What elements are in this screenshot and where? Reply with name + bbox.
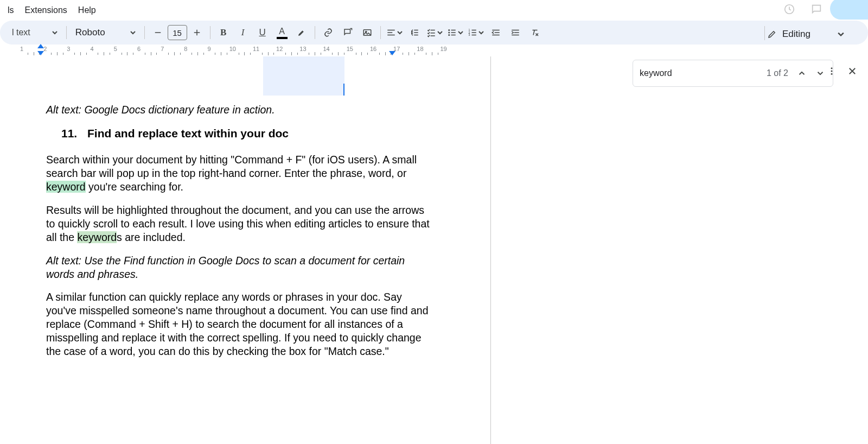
svg-rect-8 [451,32,455,33]
toolbar: l text Roboto B I U A 123 [0,21,868,45]
menu-bar: ls Extensions Help [0,0,868,21]
find-match-current: keyword [46,181,86,193]
paragraph-3: A similar function can quickly replace a… [46,290,431,358]
font-size-input[interactable] [168,25,187,40]
checklist-dropdown[interactable] [425,28,444,37]
numbered-list-dropdown[interactable]: 123 [467,28,485,37]
pencil-icon [767,29,777,39]
heading: 11. Find and replace text within your do… [46,126,431,141]
ruler-number: 3 [67,46,70,52]
chevron-down-icon [838,31,844,37]
ruler[interactable]: 12345678910111213141516171819 [0,46,868,56]
insert-image-button[interactable] [359,24,376,41]
find-prev-button[interactable] [793,64,811,83]
ruler-number: 14 [323,46,329,52]
svg-point-4 [448,29,450,31]
paragraph-style-dropdown[interactable]: l text [8,28,62,37]
paragraph-style-label: l text [12,28,30,37]
font-size-increase[interactable] [188,24,206,41]
find-bar: 1 of 2 [633,60,833,87]
ruler-number: 16 [370,46,376,52]
menu-extensions[interactable]: Extensions [20,2,73,18]
font-size-decrease[interactable] [149,24,167,41]
indent-decrease-button[interactable] [487,24,505,41]
history-icon[interactable] [783,3,795,17]
ruler-number: 5 [114,46,117,52]
svg-rect-7 [451,30,455,31]
svg-rect-9 [451,35,455,36]
ruler-number: 18 [417,46,423,52]
find-more-button[interactable] [824,63,840,79]
line-spacing-button[interactable] [406,24,423,41]
indent-increase-button[interactable] [507,24,524,41]
find-close-button[interactable] [844,63,860,79]
mode-label: Editing [782,29,810,40]
chevron-down-icon [52,30,58,35]
alt-text-1: Alt text: Google Docs dictionary feature… [46,103,431,117]
svg-point-5 [448,32,450,34]
svg-point-15 [831,73,833,75]
text-color-button[interactable]: A [273,27,291,39]
ruler-number: 10 [229,46,236,52]
find-count: 1 of 2 [767,68,788,78]
ruler-number: 8 [184,46,187,52]
svg-point-6 [448,34,450,36]
ruler-number: 11 [253,46,259,52]
chevron-down-icon [130,30,136,35]
italic-button[interactable]: I [234,24,252,41]
ruler-number: 1 [20,46,23,52]
find-match: keyword [77,231,117,243]
indent-right-marker[interactable] [389,51,395,55]
ruler-number: 2 [43,46,47,52]
heading-text: Find and replace text within your doc [87,126,289,141]
ruler-number: 15 [347,46,353,52]
ruler-number: 7 [161,46,164,52]
heading-number: 11. [46,126,87,141]
highlight-button[interactable] [293,24,310,41]
mode-dropdown[interactable]: Editing [760,24,852,44]
clear-formatting-button[interactable] [526,24,544,41]
font-size-control [149,24,206,41]
font-family-dropdown[interactable]: Roboto [71,27,140,38]
bullet-list-dropdown[interactable] [446,28,464,37]
ruler-number: 13 [299,46,306,52]
svg-point-13 [831,67,833,69]
menu-help[interactable]: Help [73,2,101,18]
align-dropdown[interactable] [385,28,404,37]
paragraph-1: Search within your document by hitting "… [46,153,431,194]
document-body[interactable]: Alt text: Google Docs dictionary feature… [46,103,431,358]
ruler-number: 19 [440,46,446,52]
svg-text:3: 3 [468,33,470,36]
find-input[interactable] [640,68,705,78]
svg-point-14 [831,71,833,72]
share-button[interactable] [830,0,868,20]
ruler-number: 12 [276,46,283,52]
alt-text-2: Alt text: Use the Find function in Googl… [46,254,431,281]
document-canvas: Alt text: Google Docs dictionary feature… [0,56,868,444]
indent-left-marker[interactable] [37,44,44,48]
insert-link-button[interactable] [320,24,337,41]
menu-tools[interactable]: ls [2,2,20,18]
add-comment-button[interactable] [339,24,356,41]
ruler-number: 6 [137,46,141,52]
ruler-number: 4 [91,46,94,52]
page: Alt text: Google Docs dictionary feature… [46,56,491,444]
text-color-icon: A [279,27,285,36]
underline-button[interactable]: U [254,24,271,41]
bold-button[interactable]: B [215,24,232,41]
comments-icon[interactable] [810,3,822,17]
ruler-number: 9 [208,46,211,52]
image-placeholder[interactable] [46,56,426,96]
paragraph-2: Results will be highlighted throughout t… [46,204,431,244]
font-family-label: Roboto [75,27,105,38]
